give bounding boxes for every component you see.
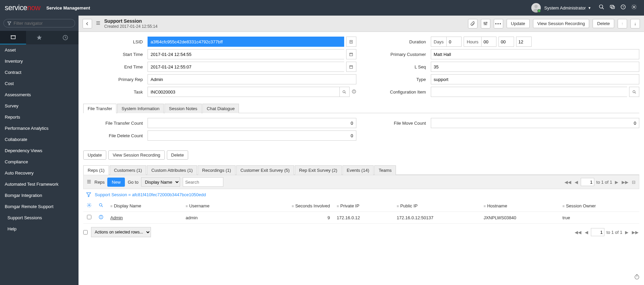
file-delete-count-input[interactable] bbox=[148, 130, 356, 141]
nav-item-auto-recovery[interactable]: Auto Recovery bbox=[0, 167, 79, 179]
help-icon[interactable]: ? bbox=[618, 4, 628, 12]
task-input[interactable] bbox=[148, 87, 339, 97]
nav-item-survey[interactable]: Survey bbox=[0, 100, 79, 111]
nav-item-bomgar-remote-support[interactable]: Bomgar Remote Support bbox=[0, 201, 79, 212]
new-button[interactable]: New bbox=[107, 178, 125, 187]
delete-button[interactable]: Delete bbox=[593, 19, 614, 28]
filter-funnel-icon[interactable] bbox=[86, 192, 91, 197]
col-session-owner[interactable]: ≡Session Owner bbox=[559, 200, 639, 212]
nav-item-dependency-views[interactable]: Dependency Views bbox=[0, 145, 79, 156]
col-seconds-involved[interactable]: ≡Seconds Involved bbox=[243, 200, 333, 212]
pager-prev-icon[interactable]: ◀ bbox=[574, 180, 579, 185]
col-private-ip[interactable]: ≡Private IP bbox=[333, 200, 393, 212]
nav-item-asset[interactable]: Asset bbox=[0, 44, 79, 56]
personalize-form-icon[interactable] bbox=[481, 19, 490, 28]
delete-button-bottom[interactable]: Delete bbox=[167, 150, 188, 160]
user-name[interactable]: System Administrator bbox=[544, 5, 586, 11]
nav-item-atf[interactable]: Automated Test Framework bbox=[0, 179, 79, 190]
file-move-count-input[interactable] bbox=[431, 118, 640, 128]
tab-customers[interactable]: Customers (1) bbox=[110, 165, 146, 175]
settings-gear-icon[interactable] bbox=[628, 4, 639, 12]
context-menu-icon[interactable] bbox=[95, 20, 101, 27]
view-session-recording-button-bottom[interactable]: View Session Recording bbox=[108, 150, 165, 160]
tab-recordings[interactable]: Recordings (1) bbox=[198, 165, 235, 175]
list-search-input[interactable] bbox=[183, 177, 223, 187]
col-display-name[interactable]: ≡Display Name bbox=[107, 200, 182, 212]
col-public-ip[interactable]: ≡Public IP bbox=[393, 200, 480, 212]
nav-filter[interactable] bbox=[3, 19, 75, 27]
personalize-columns-icon[interactable] bbox=[83, 200, 95, 212]
next-record-icon[interactable]: ↓ bbox=[630, 19, 640, 28]
type-input[interactable] bbox=[431, 74, 640, 84]
tab-file-transfer[interactable]: File Transfer bbox=[83, 104, 116, 113]
actions-on-selected-select[interactable]: Actions on selected rows... bbox=[91, 227, 151, 237]
start-time-input[interactable] bbox=[148, 49, 344, 59]
nav-item-assessments[interactable]: Assessments bbox=[0, 89, 79, 100]
file-transfer-count-input[interactable] bbox=[148, 118, 356, 128]
more-actions-icon[interactable]: ••• bbox=[494, 19, 503, 28]
lsid-input[interactable] bbox=[148, 37, 344, 47]
primary-rep-input[interactable] bbox=[148, 74, 356, 84]
tab-custom-attributes[interactable]: Custom Attributes (1) bbox=[147, 165, 197, 175]
nav-item-contract[interactable]: Contract bbox=[0, 67, 79, 78]
lsid-suggestion-icon[interactable] bbox=[346, 37, 356, 47]
end-time-input[interactable] bbox=[148, 62, 344, 72]
nav-item-reports[interactable]: Reports bbox=[0, 111, 79, 123]
lseq-input[interactable] bbox=[431, 62, 640, 72]
pager-prev-icon[interactable]: ◀ bbox=[584, 230, 589, 235]
nav-item-cost[interactable]: Cost bbox=[0, 78, 79, 89]
tab-teams[interactable]: Teams bbox=[374, 165, 396, 175]
ci-input[interactable] bbox=[431, 87, 627, 97]
duration-hours-input[interactable] bbox=[481, 37, 496, 46]
back-button[interactable] bbox=[83, 19, 92, 28]
search-icon[interactable] bbox=[596, 4, 607, 12]
tab-system-information[interactable]: System Information bbox=[117, 104, 164, 113]
nav-item-bomgar-integration[interactable]: Bomgar Integration bbox=[0, 190, 79, 201]
filter-breadcrumb[interactable]: Support Session = afc81f410fec72000b3447… bbox=[95, 192, 206, 197]
col-username[interactable]: ≡Username bbox=[182, 200, 244, 212]
select-all-checkbox[interactable] bbox=[83, 230, 88, 235]
pager-expand-icon[interactable]: ⊟ bbox=[631, 180, 636, 185]
task-info-icon[interactable] bbox=[352, 89, 356, 95]
row-info-icon[interactable] bbox=[95, 212, 107, 224]
nav-item-collaborate[interactable]: Collaborate bbox=[0, 134, 79, 145]
pager-first-icon[interactable]: ◀◀ bbox=[574, 230, 582, 235]
pager-next-icon[interactable]: ▶ bbox=[614, 180, 619, 185]
nav-item-compliance[interactable]: Compliance bbox=[0, 156, 79, 167]
column-search-icon[interactable] bbox=[95, 200, 107, 212]
nav-subitem-support-sessions[interactable]: Support Sessions bbox=[0, 212, 79, 223]
cell-display-name[interactable]: Admin bbox=[110, 215, 123, 220]
pager-page-input[interactable] bbox=[591, 228, 604, 236]
goto-field-select[interactable]: Display Name bbox=[141, 177, 180, 187]
end-time-calendar-icon[interactable] bbox=[346, 62, 356, 72]
tab-customer-exit-survey[interactable]: Customer Exit Survey (5) bbox=[236, 165, 294, 175]
attachments-icon[interactable] bbox=[468, 19, 478, 28]
tab-rep-exit-survey[interactable]: Rep Exit Survey (2) bbox=[295, 165, 342, 175]
nav-tab-favorites[interactable] bbox=[26, 31, 52, 44]
task-lookup-icon[interactable] bbox=[339, 87, 350, 97]
nav-filter-input[interactable] bbox=[14, 21, 71, 26]
prev-record-icon[interactable]: ↑ bbox=[618, 19, 627, 28]
tab-reps[interactable]: Reps (1) bbox=[83, 165, 109, 175]
pager-last-icon[interactable]: ▶▶ bbox=[621, 180, 629, 185]
start-time-calendar-icon[interactable] bbox=[346, 49, 356, 59]
update-button-bottom[interactable]: Update bbox=[83, 150, 106, 160]
duration-days-input[interactable] bbox=[446, 37, 461, 46]
table-row[interactable]: Admin admin 9 172.16.0.12 172.16.0.12:50… bbox=[83, 212, 639, 224]
duration-secs-input[interactable] bbox=[516, 37, 531, 46]
chat-icon[interactable] bbox=[607, 4, 618, 12]
view-session-recording-button[interactable]: View Session Recording bbox=[533, 19, 590, 28]
list-context-menu-icon[interactable] bbox=[86, 179, 92, 185]
response-time-icon[interactable] bbox=[634, 274, 640, 281]
ci-lookup-icon[interactable] bbox=[629, 87, 639, 97]
pager-first-icon[interactable]: ◀◀ bbox=[564, 180, 572, 185]
tab-events[interactable]: Events (14) bbox=[342, 165, 374, 175]
user-avatar[interactable] bbox=[531, 3, 541, 13]
nav-tab-all[interactable] bbox=[0, 31, 26, 44]
update-button[interactable]: Update bbox=[507, 19, 530, 28]
pager-last-icon[interactable]: ▶▶ bbox=[631, 230, 639, 235]
duration-mins-input[interactable] bbox=[499, 37, 514, 46]
primary-customer-input[interactable] bbox=[431, 49, 640, 59]
tab-session-notes[interactable]: Session Notes bbox=[164, 104, 202, 113]
nav-item-inventory[interactable]: Inventory bbox=[0, 56, 79, 67]
